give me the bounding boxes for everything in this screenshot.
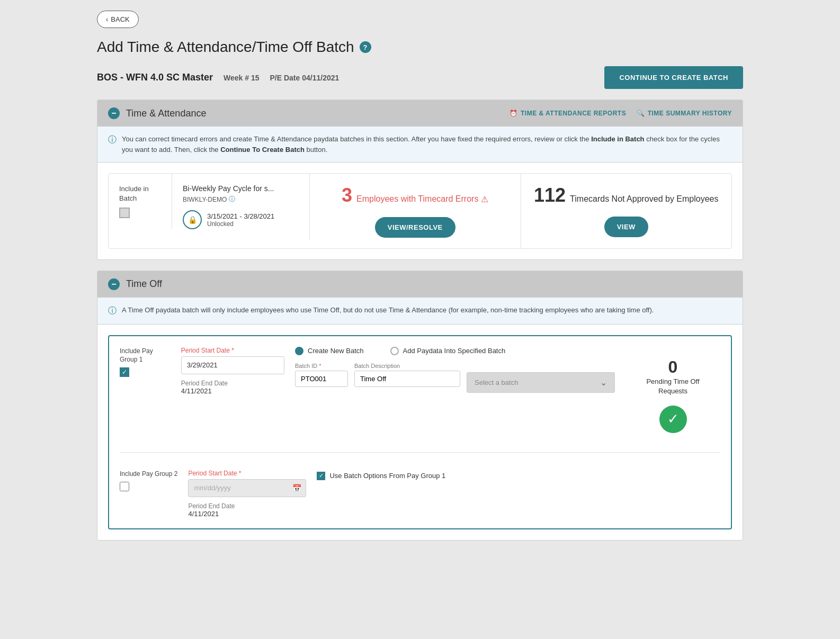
paygroup2-start-input-wrap: 📅 <box>188 479 306 497</box>
create-new-batch-row: Create New Batch Add Paydata Into Specif… <box>295 347 615 355</box>
approved-label: Timecards Not Approved by Employees <box>570 194 718 204</box>
calendar-icon[interactable]: 📅 <box>281 357 284 374</box>
paygroup1-start-input-wrap: 📅 <box>181 356 284 374</box>
continue-to-create-batch-button[interactable]: CONTINUE TO CREATE BATCH <box>604 66 743 89</box>
company-info: BOS - WFN 4.0 SC Master Week # 15 P/E Da… <box>97 72 339 83</box>
back-button[interactable]: ‹ BACK <box>97 11 139 28</box>
back-chevron-icon: ‹ <box>106 15 108 23</box>
paygroup1-batch-options: Create New Batch Add Paydata Into Specif… <box>295 347 615 398</box>
time-attendance-toggle[interactable]: − <box>108 107 120 119</box>
paygroup1-period: Period Start Date * 📅 Period End Date 4/… <box>181 347 284 395</box>
use-batch-checkbox[interactable]: ✓ <box>317 472 325 480</box>
time-off-header: − Time Off <box>97 271 743 298</box>
use-batch-options-label: Use Batch Options From Pay Group 1 <box>329 472 445 480</box>
paygroup1-row: Include Pay Group 1 ✓ Period Start Date … <box>120 347 720 453</box>
chevron-down-icon: ⌄ <box>600 377 607 388</box>
time-off-section: − Time Off ⓘ A Time Off paydata batch wi… <box>97 271 743 541</box>
time-off-toggle[interactable]: − <box>108 278 120 290</box>
ta-info-text: You can correct timecard errors and crea… <box>122 134 732 155</box>
include-in-batch-checkbox[interactable] <box>119 208 130 218</box>
include-in-batch-label: Include in Batch <box>119 184 161 203</box>
batch-id-label: Batch ID * <box>295 363 348 369</box>
error-badge-icon: ⚠ <box>481 194 488 204</box>
page-title: Add Time & Attendance/Time Off Batch <box>97 39 354 56</box>
time-off-content: Include Pay Group 1 ✓ Period Start Date … <box>97 325 743 540</box>
paygroup2-row: Include Pay Group 2 Period Start Date * … <box>120 461 720 518</box>
ta-reports-link[interactable]: ⏰ TIME & ATTENDANCE REPORTS <box>510 110 626 117</box>
time-off-bordered-container: Include Pay Group 1 ✓ Period Start Date … <box>108 335 732 529</box>
select-batch-dropdown[interactable]: Select a batch ⌄ <box>467 372 615 393</box>
paygroup1-start-date-input[interactable] <box>182 357 281 373</box>
ta-content: Include in Batch Bi-Weekly Pay Cycle for… <box>97 163 743 259</box>
include-paygroup1-label: Include Pay Group 1 <box>120 347 171 365</box>
time-off-info-text: A Time Off paydata batch will only inclu… <box>122 305 654 316</box>
batch-description-label: Batch Description <box>354 363 460 369</box>
ta-approved-col: 112 Timecards Not Approved by Employees … <box>521 174 732 248</box>
section-header-left: − Time & Attendance <box>108 107 206 119</box>
time-summary-history-link[interactable]: 🔍 TIME SUMMARY HISTORY <box>637 110 732 117</box>
errors-label: Employees with Timecard Errors ⚠ <box>356 194 488 204</box>
cycle-demo: BIWKLY-DEMO ⓘ <box>183 195 299 204</box>
select-batch-placeholder: Select a batch <box>475 379 518 386</box>
cycle-dates: 🔒 3/15/2021 - 3/28/2021 Unlocked <box>183 210 299 229</box>
batch-id-input[interactable] <box>295 371 348 387</box>
approved-check-icon: ✓ <box>659 406 687 433</box>
batch-id-field: Batch ID * <box>295 363 348 393</box>
time-attendance-header: − Time & Attendance ⏰ TIME & ATTENDANCE … <box>97 100 743 127</box>
time-attendance-title: Time & Attendance <box>126 108 206 119</box>
batch-fields-row: Batch ID * Batch Description <box>295 363 615 393</box>
paygroup2-start-date-input[interactable] <box>189 480 288 496</box>
company-row: BOS - WFN 4.0 SC Master Week # 15 P/E Da… <box>97 66 743 89</box>
view-resolve-button[interactable]: VIEW/RESOLVE <box>375 217 455 238</box>
create-new-batch-radio-button[interactable] <box>295 347 303 355</box>
add-paydata-radio[interactable]: Add Paydata Into Specified Batch <box>390 347 506 355</box>
info-circle-icon: ⓘ <box>229 195 235 204</box>
info-icon: ⓘ <box>108 134 117 146</box>
include-paygroup2-label: Include Pay Group 2 <box>120 470 177 479</box>
batch-description-input[interactable] <box>354 371 460 387</box>
pending-label: Pending Time Off Requests <box>636 377 710 396</box>
search-icon: 🔍 <box>637 110 645 117</box>
cycle-date-range: 3/15/2021 - 3/28/2021 <box>207 212 274 220</box>
ta-errors-col: 3 Employees with Timecard Errors ⚠ VIEW/… <box>310 174 521 248</box>
include-paygroup1: Include Pay Group 1 ✓ <box>120 347 171 377</box>
paygroup2-start-label: Period Start Date * <box>188 470 306 477</box>
paygroup1-end-value: 4/11/2021 <box>181 387 284 395</box>
paygroup2-calendar-icon[interactable]: 📅 <box>288 480 306 497</box>
paygroup1-pending-section: 0 Pending Time Off Requests ✓ <box>625 347 720 444</box>
use-batch-options-row: ✓ Use Batch Options From Pay Group 1 <box>317 472 720 480</box>
ta-info-box: ⓘ You can correct timecard errors and cr… <box>97 127 743 163</box>
page-title-row: Add Time & Attendance/Time Off Batch ? <box>97 39 743 56</box>
pe-date: P/E Date 04/11/2021 <box>270 74 339 82</box>
cycle-status: Unlocked <box>207 220 274 228</box>
time-attendance-section: − Time & Attendance ⏰ TIME & ATTENDANCE … <box>97 100 743 260</box>
time-off-info-icon: ⓘ <box>108 305 117 317</box>
paygroup2-period: Period Start Date * 📅 Period End Date 4/… <box>188 470 306 518</box>
create-new-batch-label: Create New Batch <box>308 347 364 355</box>
approved-count: 112 <box>534 184 566 206</box>
paygroup1-end-label: Period End Date <box>181 380 284 387</box>
errors-count: 3 <box>342 184 352 206</box>
time-off-title: Time Off <box>126 278 162 290</box>
select-batch-wrapper: Select a batch ⌄ <box>467 372 615 393</box>
paygroup1-start-label: Period Start Date * <box>181 347 284 354</box>
cycle-name: Bi-Weekly Pay Cycle for s... <box>183 184 299 193</box>
help-icon[interactable]: ? <box>360 41 371 53</box>
section-header-right: ⏰ TIME & ATTENDANCE REPORTS 🔍 TIME SUMMA… <box>510 110 732 117</box>
paygroup2-checkbox[interactable] <box>120 482 129 491</box>
ta-cycle-row: Include in Batch Bi-Weekly Pay Cycle for… <box>108 173 732 249</box>
ta-cycle-info-col: Bi-Weekly Pay Cycle for s... BIWKLY-DEMO… <box>172 174 310 240</box>
paygroup1-checkbox[interactable]: ✓ <box>120 367 129 377</box>
clock-icon: ⏰ <box>510 110 518 117</box>
create-new-batch-radio[interactable]: Create New Batch <box>295 347 364 355</box>
add-paydata-label: Add Paydata Into Specified Batch <box>403 347 506 355</box>
ta-include-col: Include in Batch <box>109 174 172 229</box>
time-off-header-left: − Time Off <box>108 278 162 290</box>
batch-description-field: Batch Description <box>354 363 460 393</box>
lock-icon: 🔒 <box>183 210 202 229</box>
back-button-label: BACK <box>111 15 129 23</box>
paygroup2-batch-options: ✓ Use Batch Options From Pay Group 1 <box>317 470 720 480</box>
paygroup2-end-label: Period End Date <box>188 502 306 510</box>
view-button[interactable]: VIEW <box>604 217 648 237</box>
add-paydata-radio-button[interactable] <box>390 347 399 355</box>
